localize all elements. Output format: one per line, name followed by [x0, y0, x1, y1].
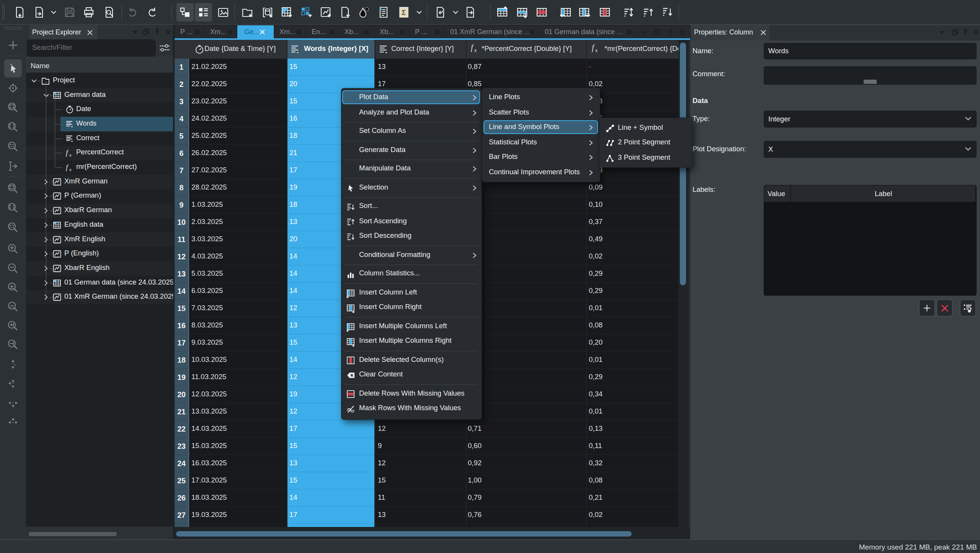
svg-text:x: x	[69, 167, 72, 172]
svg-text:f: f	[66, 163, 69, 171]
svg-text:x: x	[474, 48, 477, 53]
svg-text:f: f	[66, 149, 69, 157]
svg-text:x: x	[69, 153, 72, 157]
svg-text:Σ: Σ	[402, 8, 406, 16]
svg-text:x: x	[595, 48, 598, 53]
svg-text:f: f	[592, 43, 595, 52]
svg-text:f: f	[471, 43, 474, 52]
